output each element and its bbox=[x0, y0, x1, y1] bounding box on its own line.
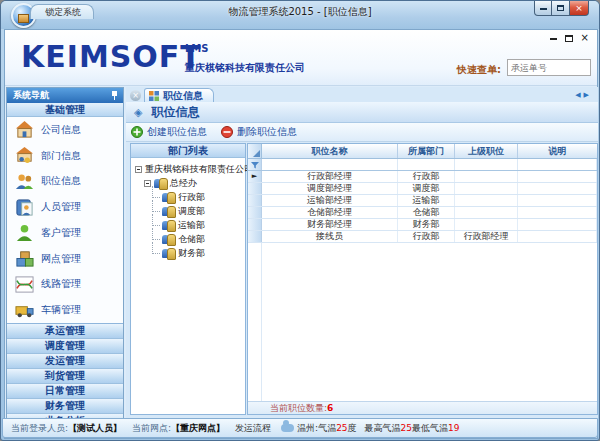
mdi-close-icon[interactable]: × bbox=[581, 32, 589, 44]
weather-temp-high: 25 bbox=[401, 423, 412, 433]
maximize-button[interactable] bbox=[552, 1, 569, 16]
cell-position-name[interactable]: 仓储部经理 bbox=[262, 207, 398, 218]
sidebar-item-company-info[interactable]: 公司信息 bbox=[7, 117, 123, 143]
tree-node-hq[interactable]: 总经办 bbox=[144, 176, 245, 190]
tab-scroll-right-icon[interactable]: ▶ bbox=[584, 91, 592, 99]
cell-department[interactable]: 行政部 bbox=[398, 171, 455, 182]
shipping-flow-link[interactable]: 发运流程 bbox=[235, 422, 271, 435]
mdi-restore-icon[interactable] bbox=[565, 35, 573, 42]
delete-position-button[interactable]: 删除职位信息 bbox=[221, 125, 297, 139]
cell-superior[interactable] bbox=[455, 207, 518, 218]
grid-row[interactable]: ► 行政部经理 行政部 bbox=[248, 171, 597, 183]
cell-department[interactable]: 运输部 bbox=[398, 195, 455, 206]
pin-icon[interactable] bbox=[111, 91, 118, 100]
cell-department[interactable]: 仓储部 bbox=[398, 207, 455, 218]
truck-icon bbox=[15, 301, 34, 320]
minimize-button[interactable] bbox=[534, 1, 552, 16]
cell-position-name[interactable]: 调度部经理 bbox=[262, 183, 398, 194]
cell-note[interactable] bbox=[518, 171, 597, 182]
column-header-note[interactable]: 说明 bbox=[518, 144, 597, 158]
grid-row[interactable]: 仓储部经理 仓储部 bbox=[248, 207, 597, 219]
grid-row[interactable]: 接线员 行政部 行政部经理 bbox=[248, 231, 597, 243]
login-user-value: 【测试人员】 bbox=[68, 422, 122, 435]
tab-scroll-left-icon[interactable]: ◀ bbox=[575, 91, 583, 99]
weather-temp-now: 25 bbox=[336, 423, 347, 433]
sidebar-item-route-mgmt[interactable]: 线路管理 bbox=[7, 272, 123, 298]
department-tree: 重庆棋铭科技有限责任公司 总经办 行政部 bbox=[131, 158, 245, 260]
close-button[interactable]: × bbox=[569, 1, 589, 16]
cell-position-name[interactable]: 财务部经理 bbox=[262, 219, 398, 230]
tab-position-info[interactable]: 职位信息 bbox=[144, 88, 214, 102]
filter-cell[interactable] bbox=[518, 159, 597, 170]
sidebar-item-label: 公司信息 bbox=[41, 123, 81, 137]
quick-search-input[interactable] bbox=[507, 59, 591, 76]
cell-superior[interactable] bbox=[455, 183, 518, 194]
sidebar-item-customer-mgmt[interactable]: 客户管理 bbox=[7, 220, 123, 246]
sidebar-group-daily[interactable]: 日常管理 bbox=[7, 384, 123, 399]
tree-node-label: 重庆棋铭科技有限责任公司 bbox=[145, 163, 253, 176]
tree-node-dept[interactable]: 行政部 bbox=[149, 190, 245, 204]
filter-cell[interactable] bbox=[262, 159, 398, 170]
filter-cell[interactable] bbox=[455, 159, 518, 170]
collapse-icon[interactable] bbox=[135, 166, 142, 173]
window-title: 物流管理系统2015 - [职位信息] bbox=[1, 5, 599, 19]
boxes-icon bbox=[15, 249, 34, 268]
grid-row[interactable]: 调度部经理 调度部 bbox=[248, 183, 597, 195]
sidebar-group-carriage[interactable]: 承运管理 bbox=[7, 324, 123, 339]
sidebar-item-position-info[interactable]: 职位信息 bbox=[7, 169, 123, 195]
select-all-cell[interactable] bbox=[248, 144, 262, 158]
column-header-position[interactable]: 职位名称 bbox=[262, 144, 398, 158]
grid-row[interactable]: 运输部经理 运输部 bbox=[248, 195, 597, 207]
tree-node-dept[interactable]: 仓储部 bbox=[149, 232, 245, 246]
create-position-button[interactable]: 创建职位信息 bbox=[131, 125, 207, 139]
tab-close-icon[interactable]: × bbox=[130, 90, 141, 101]
cell-department[interactable]: 财务部 bbox=[398, 219, 455, 230]
cell-department[interactable]: 行政部 bbox=[398, 231, 455, 242]
product-name: LMS bbox=[185, 43, 209, 54]
cell-note[interactable] bbox=[518, 207, 597, 218]
site-label: 当前网点: bbox=[132, 422, 171, 435]
tree-node-dept[interactable]: 运输部 bbox=[149, 218, 245, 232]
mdi-minimize-icon[interactable] bbox=[550, 37, 557, 40]
sidebar-group-arrival[interactable]: 到货管理 bbox=[7, 369, 123, 384]
sidebar-item-label: 网点管理 bbox=[41, 252, 81, 266]
tree-node-dept[interactable]: 财务部 bbox=[149, 246, 245, 260]
window-controls: × bbox=[534, 1, 589, 16]
filter-cell[interactable] bbox=[398, 159, 455, 170]
cell-superior[interactable] bbox=[455, 219, 518, 230]
tab-scroll-arrows[interactable]: ◀▶ bbox=[575, 91, 592, 99]
cell-superior[interactable] bbox=[455, 171, 518, 182]
tree-node-label: 总经办 bbox=[170, 177, 197, 190]
cell-position-name[interactable]: 接线员 bbox=[262, 231, 398, 242]
brand-logo: KEIMSOFT bbox=[21, 39, 202, 74]
grid-row[interactable]: 财务部经理 财务部 bbox=[248, 219, 597, 231]
cell-position-name[interactable]: 运输部经理 bbox=[262, 195, 398, 206]
person-book-icon bbox=[15, 198, 34, 217]
sidebar-item-label: 部门信息 bbox=[41, 149, 81, 163]
cell-position-name[interactable]: 行政部经理 bbox=[262, 171, 398, 182]
tree-node-dept[interactable]: 调度部 bbox=[149, 204, 245, 218]
weather-city: 温州:气温 bbox=[297, 422, 336, 435]
sidebar-group-finance[interactable]: 财务管理 bbox=[7, 399, 123, 414]
main-area: × 职位信息 ◀▶ ◈ 职位信息 创建职位信息 bbox=[126, 87, 598, 420]
cell-department[interactable]: 调度部 bbox=[398, 183, 455, 194]
cell-note[interactable] bbox=[518, 195, 597, 206]
cell-superior[interactable]: 行政部经理 bbox=[455, 231, 518, 242]
sidebar-group-basic[interactable]: 基础管理 bbox=[7, 103, 123, 117]
sidebar-item-label: 职位信息 bbox=[41, 174, 81, 188]
sidebar-item-vehicle-mgmt[interactable]: 车辆管理 bbox=[7, 297, 123, 323]
cell-note[interactable] bbox=[518, 219, 597, 230]
sidebar-group-dispatch[interactable]: 调度管理 bbox=[7, 339, 123, 354]
cell-note[interactable] bbox=[518, 183, 597, 194]
weather-icon bbox=[281, 424, 294, 432]
cell-superior[interactable] bbox=[455, 195, 518, 206]
tree-node-root[interactable]: 重庆棋铭科技有限责任公司 bbox=[135, 162, 245, 176]
sidebar-item-personnel-mgmt[interactable]: 人员管理 bbox=[7, 194, 123, 220]
sidebar-item-network-mgmt[interactable]: 网点管理 bbox=[7, 246, 123, 272]
sidebar-group-shipping[interactable]: 发运管理 bbox=[7, 354, 123, 369]
cell-note[interactable] bbox=[518, 231, 597, 242]
collapse-icon[interactable] bbox=[144, 180, 151, 187]
column-header-department[interactable]: 所属部门 bbox=[398, 144, 455, 158]
sidebar-item-department-info[interactable]: 部门信息 bbox=[7, 143, 123, 169]
column-header-superior[interactable]: 上级职位 bbox=[455, 144, 518, 158]
